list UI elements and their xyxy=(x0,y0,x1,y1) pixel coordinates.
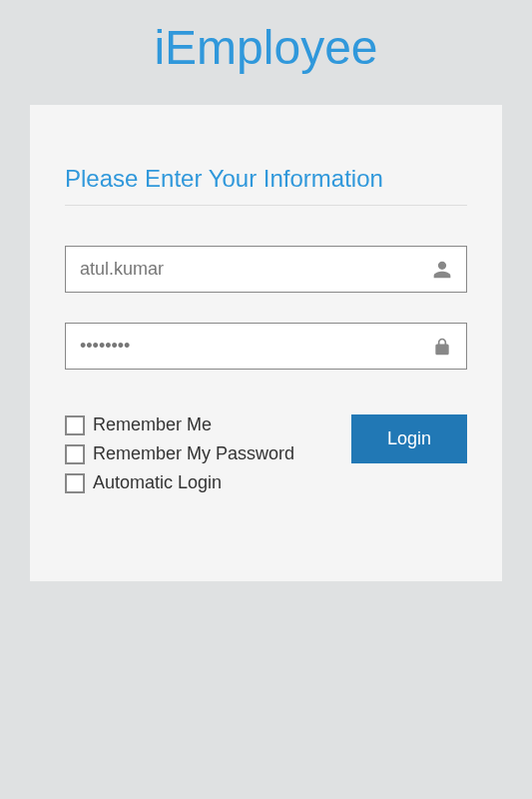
auto-login-label: Automatic Login xyxy=(93,472,222,493)
remember-me-row: Remember Me xyxy=(65,414,336,435)
remember-me-checkbox[interactable] xyxy=(65,415,85,435)
lock-icon xyxy=(432,337,452,357)
remember-password-row: Remember My Password xyxy=(65,443,336,464)
auto-login-row: Automatic Login xyxy=(65,472,336,493)
divider xyxy=(65,205,467,206)
remember-password-checkbox[interactable] xyxy=(65,444,85,464)
auto-login-checkbox[interactable] xyxy=(65,473,85,493)
login-button[interactable]: Login xyxy=(351,414,467,463)
password-field-container xyxy=(65,323,467,370)
checkbox-group: Remember Me Remember My Password Automat… xyxy=(65,414,336,501)
user-icon xyxy=(432,260,452,280)
remember-me-label: Remember Me xyxy=(93,414,212,435)
password-input[interactable] xyxy=(80,336,432,357)
app-title: iEmployee xyxy=(0,0,532,105)
remember-password-label: Remember My Password xyxy=(93,443,294,464)
username-field-container xyxy=(65,246,467,293)
actions-row: Remember Me Remember My Password Automat… xyxy=(65,414,467,501)
form-heading: Please Enter Your Information xyxy=(65,165,467,193)
login-card: Please Enter Your Information Remember M… xyxy=(30,105,502,581)
username-input[interactable] xyxy=(80,259,432,280)
